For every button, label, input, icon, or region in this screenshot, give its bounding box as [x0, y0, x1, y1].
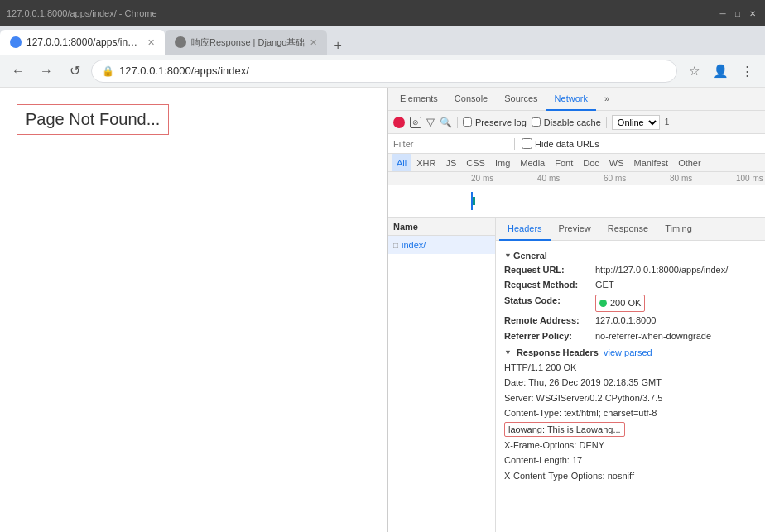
response-headers-title: Response Headers view parsed	[504, 347, 765, 357]
network-toolbar: ⊘ ▽ 🔍 Preserve log Disable cache Online …	[388, 111, 765, 134]
status-code-text: 200 OK	[610, 297, 641, 309]
close-button[interactable]: ✕	[747, 7, 758, 19]
filter-type-manifest[interactable]: Manifest	[629, 154, 674, 172]
request-method-label: Request Method:	[504, 279, 595, 291]
timeline-bar-teal	[473, 197, 475, 205]
remote-address-row: Remote Address: 127.0.0.1:8000	[504, 314, 765, 327]
request-item[interactable]: □ index/	[388, 236, 495, 254]
devtools-tab-more[interactable]: »	[596, 88, 618, 111]
hide-data-urls-checkbox[interactable]: Hide data URLs	[522, 138, 599, 149]
devtools-panel: Elements Console Sources Network » ⋮ ✕	[387, 88, 765, 532]
remote-address-value: 127.0.0.1:8000	[595, 314, 656, 327]
account-button[interactable]: 👤	[709, 60, 732, 83]
request-item-name: index/	[402, 240, 426, 250]
filter-bar: Hide data URLs	[388, 134, 765, 154]
details-tabs: Headers Preview Response Timing ✕	[496, 218, 765, 241]
filter-type-other[interactable]: Other	[673, 154, 706, 172]
bookmark-button[interactable]: ☆	[682, 60, 705, 83]
stop-button[interactable]: ⊘	[410, 117, 421, 128]
request-details: Headers Preview Response Timing ✕	[496, 218, 765, 532]
throttle-select[interactable]: Online	[612, 115, 660, 130]
disable-cache-checkbox[interactable]: Disable cache	[532, 117, 601, 127]
filter-icon[interactable]: ▽	[426, 116, 435, 128]
resp-row-7: Content-Length: 17	[504, 453, 765, 467]
timeline-content	[388, 185, 765, 218]
toolbar-separator-2	[606, 117, 607, 128]
tab-2[interactable]: 响应Response | Django基础 ✕	[165, 30, 327, 55]
view-parsed-button[interactable]: view parsed	[604, 347, 652, 357]
devtools-tab-network[interactable]: Network	[546, 88, 596, 111]
search-icon[interactable]: 🔍	[440, 117, 452, 128]
devtools-tab-console[interactable]: Console	[446, 88, 496, 111]
preserve-log-checkbox[interactable]: Preserve log	[463, 117, 527, 127]
filter-separator	[514, 138, 515, 150]
devtools-topbar: Elements Console Sources Network » ⋮ ✕	[388, 88, 765, 111]
window-controls: ─ □ ✕	[717, 7, 758, 19]
record-button[interactable]	[393, 117, 405, 128]
request-list: Name □ index/	[388, 218, 496, 532]
tab-2-close[interactable]: ✕	[310, 37, 317, 48]
forward-button[interactable]: →	[35, 60, 58, 83]
toolbar-separator	[457, 117, 458, 128]
resp-row-4: Content-Type: text/html; charset=utf-8	[504, 406, 765, 420]
referrer-policy-label: Referrer Policy:	[504, 330, 595, 343]
timeline-area: 20 ms 40 ms 60 ms 80 ms 100 ms	[388, 172, 765, 218]
filter-type-js[interactable]: JS	[440, 154, 461, 172]
page-not-found-text: Page Not Found...	[17, 104, 169, 135]
file-icon: □	[393, 241, 398, 250]
filter-type-media[interactable]: Media	[515, 154, 550, 172]
details-tab-headers[interactable]: Headers	[499, 218, 551, 241]
devtools-tabs: Elements Console Sources Network »	[392, 88, 763, 111]
browser-title: 127.0.0.1:8000/apps/index/ - Chrome	[7, 8, 157, 18]
disable-cache-input[interactable]	[532, 117, 541, 127]
filter-type-doc[interactable]: Doc	[578, 154, 604, 172]
resp-row-1: HTTP/1.1 200 OK	[504, 361, 765, 375]
throttle-value: 1	[665, 117, 670, 127]
filter-input[interactable]	[393, 139, 508, 149]
filter-type-css[interactable]: CSS	[461, 154, 490, 172]
new-tab-button[interactable]: +	[327, 38, 348, 53]
filter-type-ws[interactable]: WS	[604, 154, 629, 172]
resp-row-3: Server: WSGIServer/0.2 CPython/3.7.5	[504, 391, 765, 405]
address-input[interactable]: 🔒 127.0.0.1:8000/apps/index/	[91, 60, 677, 83]
title-bar: 127.0.0.1:8000/apps/index/ - Chrome ─ □ …	[0, 0, 765, 26]
resp-row-5-laowang: laowang: This is Laowang...	[504, 422, 625, 437]
main-layout: Page Not Found... Elements Console Sourc…	[0, 88, 765, 532]
request-url-label: Request URL:	[504, 264, 595, 276]
reload-button[interactable]: ↺	[63, 60, 86, 83]
ruler-tick-5: 100 ms	[736, 174, 765, 183]
menu-button[interactable]: ⋮	[735, 60, 758, 83]
browser-toolbar: ☆ 👤 ⋮	[682, 60, 758, 83]
filter-type-xhr[interactable]: XHR	[411, 154, 440, 172]
tab-1[interactable]: 127.0.0.1:8000/apps/index/ ✕	[0, 30, 165, 55]
filter-type-font[interactable]: Font	[550, 154, 578, 172]
details-tab-timing[interactable]: Timing	[657, 218, 700, 241]
split-panel: Name □ index/ Headers Preview R	[388, 218, 765, 532]
ruler-tick-4: 80 ms	[670, 174, 736, 183]
request-url-row: Request URL: http://127.0.0.1:8000/apps/…	[504, 264, 765, 276]
back-button[interactable]: ←	[7, 60, 30, 83]
status-green-dot	[599, 300, 607, 307]
tab-1-close[interactable]: ✕	[147, 37, 155, 48]
remote-address-label: Remote Address:	[504, 314, 595, 327]
filter-type-img[interactable]: Img	[490, 154, 515, 172]
request-list-header: Name	[388, 218, 495, 236]
request-method-row: Request Method: GET	[504, 279, 765, 291]
resp-row-8: X-Content-Type-Options: nosniff	[504, 469, 765, 483]
resp-row-2: Date: Thu, 26 Dec 2019 02:18:35 GMT	[504, 376, 765, 390]
details-tab-response[interactable]: Response	[599, 218, 657, 241]
tab-1-icon	[10, 36, 22, 48]
devtools-tab-sources[interactable]: Sources	[496, 88, 546, 111]
hide-data-urls-input[interactable]	[522, 138, 532, 149]
tab-2-label: 响应Response | Django基础	[191, 36, 305, 49]
filter-types-bar: All XHR JS CSS Img Media Font Doc WS Man…	[388, 154, 765, 172]
general-section-title: General	[504, 251, 765, 261]
page-content: Page Not Found...	[0, 88, 387, 532]
devtools-tab-elements[interactable]: Elements	[392, 88, 446, 111]
ruler-tick-1: 20 ms	[471, 174, 537, 183]
minimize-button[interactable]: ─	[717, 7, 729, 19]
preserve-log-input[interactable]	[463, 117, 472, 127]
filter-type-all[interactable]: All	[392, 154, 411, 172]
details-tab-preview[interactable]: Preview	[551, 218, 599, 241]
maximize-button[interactable]: □	[732, 7, 743, 19]
